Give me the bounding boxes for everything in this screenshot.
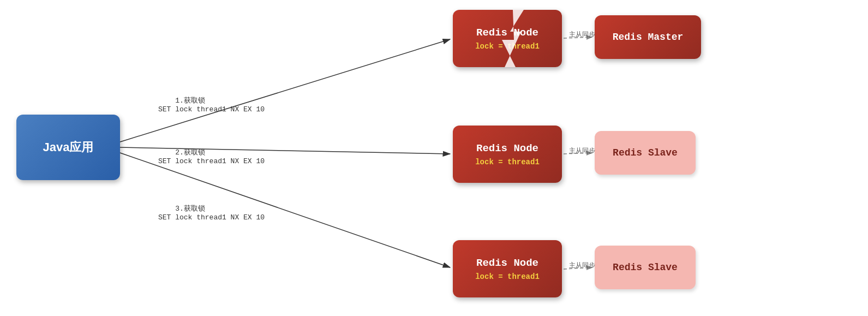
redis-slave-1-box: Redis Slave [595,131,696,175]
arrow-label-2: 2.获取锁 SET lock thread1 NX EX 10 [158,139,265,174]
redis-node-2: Redis Node lock = thread1 [453,126,562,183]
arrow-label-1: 1.获取锁 SET lock thread1 NX EX 10 [158,87,265,122]
redis-node-3-title: Redis Node [476,257,538,269]
redis-node-2-title: Redis Node [476,142,538,154]
sync-label-2: 主从同步 [569,146,595,156]
diagram: Java应用 1.获取锁 SET lock thread1 NX EX 10 2… [0,0,868,316]
arrow-label-3: 3.获取锁 SET lock thread1 NX EX 10 [158,195,265,230]
java-app-box: Java应用 [16,115,120,180]
redis-node-2-value: lock = thread1 [475,158,540,166]
redis-slave-2-box: Redis Slave [595,246,696,289]
redis-slave-2-label: Redis Slave [613,262,678,273]
sync-label-3: 主从同步 [569,261,595,270]
crack-overlay [453,10,562,67]
java-app-label: Java应用 [43,139,94,156]
redis-slave-1-label: Redis Slave [613,147,678,158]
redis-master-box: Redis Master [595,15,701,59]
redis-node-1-title: Redis Node [476,27,538,39]
redis-master-label: Redis Master [613,32,684,43]
redis-node-3: Redis Node lock = thread1 [453,240,562,297]
redis-node-1: Redis Node lock = thread1 [453,10,562,67]
redis-node-1-value: lock = thread1 [475,42,540,51]
redis-node-3-value: lock = thread1 [475,272,540,281]
sync-label-1: 主从同步 [569,30,595,39]
arrows-svg [0,0,868,316]
svg-marker-8 [502,10,524,67]
